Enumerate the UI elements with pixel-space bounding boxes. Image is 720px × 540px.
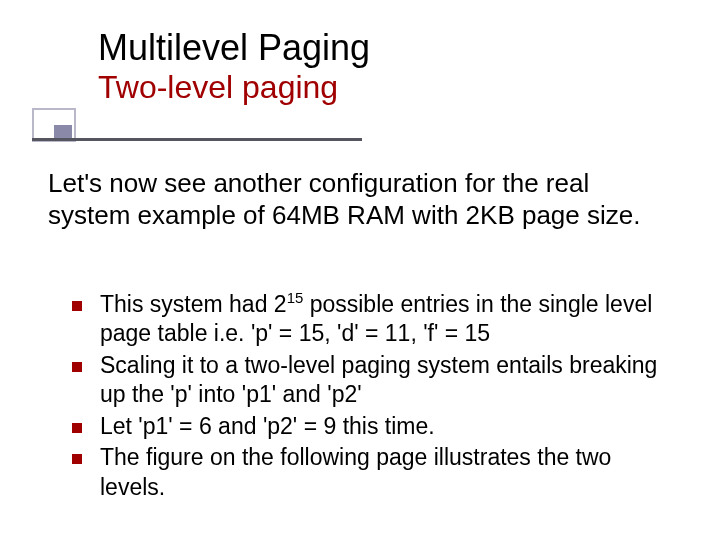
title-main: Multilevel Paging [98,28,658,68]
bullet-icon [72,301,82,311]
bullet-list: This system had 215 possible entries in … [72,290,682,504]
slide: Multilevel Paging Two-level paging Let's… [0,0,720,540]
bullet-text: This system had 215 possible entries in … [100,290,682,349]
title-sub: Two-level paging [98,70,658,105]
bullet-text: Let 'p1' = 6 and 'p2' = 9 this time. [100,412,682,441]
list-item: This system had 215 possible entries in … [72,290,682,349]
bullet-icon [72,423,82,433]
bullet-icon [72,454,82,464]
title-block: Multilevel Paging Two-level paging [98,28,658,105]
bullet-text: The figure on the following page illustr… [100,443,682,502]
bullet-icon [72,362,82,372]
list-item: The figure on the following page illustr… [72,443,682,502]
list-item: Scaling it to a two-level paging system … [72,351,682,410]
title-underline [32,138,362,141]
list-item: Let 'p1' = 6 and 'p2' = 9 this time. [72,412,682,441]
bullet-text: Scaling it to a two-level paging system … [100,351,682,410]
body-paragraph: Let's now see another configuration for … [48,168,678,231]
